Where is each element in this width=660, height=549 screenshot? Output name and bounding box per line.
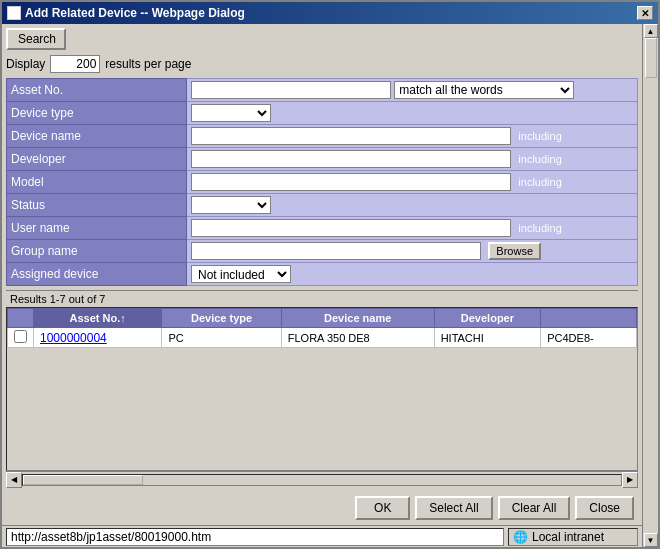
- assigned-device-label: Assigned device: [7, 263, 187, 286]
- assigned-device-input-cell: Not included Included: [187, 263, 638, 286]
- display-count-input[interactable]: [50, 55, 100, 73]
- window: 🖥 Add Related Device -- Webpage Dialog ✕…: [0, 0, 660, 549]
- col-device-name[interactable]: Device name: [281, 309, 434, 328]
- col-extra: [541, 309, 637, 328]
- status-label: Status: [7, 194, 187, 217]
- results-table-container[interactable]: Asset No.↑ Device type Device name Devel…: [6, 307, 638, 471]
- title-bar: 🖥 Add Related Device -- Webpage Dialog ✕: [2, 2, 658, 24]
- scroll-track-v[interactable]: [644, 38, 658, 533]
- results-summary: Results 1-7 out of 7: [6, 290, 638, 307]
- scroll-right-arrow[interactable]: ▶: [622, 472, 638, 488]
- asset-no-row: Asset No. match all the words match any …: [7, 79, 638, 102]
- asset-no-input[interactable]: [191, 81, 391, 99]
- developer-label: Developer: [7, 148, 187, 171]
- model-input[interactable]: [191, 173, 511, 191]
- row-device-name: FLORA 350 DE8: [281, 328, 434, 348]
- asset-no-match-select[interactable]: match all the words match any of the wor…: [394, 81, 574, 99]
- device-type-input-cell: [187, 102, 638, 125]
- device-name-row: Device name including: [7, 125, 638, 148]
- status-zone: 🌐 Local intranet: [508, 528, 638, 546]
- status-row: Status: [7, 194, 638, 217]
- device-type-select[interactable]: [191, 104, 271, 122]
- scroll-up-arrow[interactable]: ▲: [644, 24, 658, 38]
- search-form: Asset No. match all the words match any …: [6, 78, 638, 286]
- table-row: 1000000004 PC FLORA 350 DE8 HITACHI PC4D…: [8, 328, 637, 348]
- horizontal-scrollbar[interactable]: ◀ ▶: [6, 471, 638, 487]
- asset-no-input-cell: match all the words match any of the wor…: [187, 79, 638, 102]
- status-input-cell: [187, 194, 638, 217]
- developer-input-cell: including: [187, 148, 638, 171]
- assigned-device-select[interactable]: Not included Included: [191, 265, 291, 283]
- model-label: Model: [7, 171, 187, 194]
- user-name-label: User name: [7, 217, 187, 240]
- asset-no-link[interactable]: 1000000004: [40, 331, 107, 345]
- scroll-thumb-h[interactable]: [23, 475, 143, 485]
- search-button[interactable]: Search: [6, 28, 66, 50]
- developer-including: including: [518, 153, 561, 165]
- col-checkbox: [8, 309, 34, 328]
- close-window-button[interactable]: ✕: [637, 6, 653, 20]
- group-name-label: Group name: [7, 240, 187, 263]
- select-all-button[interactable]: Select All: [415, 496, 492, 520]
- device-name-input[interactable]: [191, 127, 511, 145]
- browse-button[interactable]: Browse: [488, 242, 541, 260]
- row-checkbox[interactable]: [14, 330, 27, 343]
- results-table: Asset No.↑ Device type Device name Devel…: [7, 308, 637, 348]
- group-name-input-cell: Browse: [187, 240, 638, 263]
- device-name-input-cell: including: [187, 125, 638, 148]
- status-zone-text: Local intranet: [532, 530, 604, 544]
- status-select[interactable]: [191, 196, 271, 214]
- device-name-including: including: [518, 130, 561, 142]
- model-input-cell: including: [187, 171, 638, 194]
- display-row: Display results per page: [6, 55, 638, 73]
- status-bar: http://asset8b/jp1asset/80019000.htm 🌐 L…: [2, 525, 642, 547]
- scroll-left-arrow[interactable]: ◀: [6, 472, 22, 488]
- user-name-including: including: [518, 222, 561, 234]
- ok-button[interactable]: OK: [355, 496, 410, 520]
- assigned-device-row: Assigned device Not included Included: [7, 263, 638, 286]
- user-name-input-cell: including: [187, 217, 638, 240]
- user-name-row: User name including: [7, 217, 638, 240]
- row-extra: PC4DE8-: [541, 328, 637, 348]
- vertical-scrollbar[interactable]: ▲ ▼: [642, 24, 658, 547]
- asset-no-label: Asset No.: [7, 79, 187, 102]
- model-row: Model including: [7, 171, 638, 194]
- row-developer: HITACHI: [434, 328, 541, 348]
- developer-input[interactable]: [191, 150, 511, 168]
- row-checkbox-cell: [8, 328, 34, 348]
- close-button[interactable]: Close: [575, 496, 634, 520]
- device-name-label: Device name: [7, 125, 187, 148]
- row-device-type: PC: [162, 328, 281, 348]
- scroll-thumb-v[interactable]: [645, 38, 657, 78]
- row-asset-no: 1000000004: [34, 328, 162, 348]
- window-title: Add Related Device -- Webpage Dialog: [25, 6, 245, 20]
- display-label: Display: [6, 57, 45, 71]
- col-device-type[interactable]: Device type: [162, 309, 281, 328]
- scroll-down-arrow[interactable]: ▼: [644, 533, 658, 547]
- group-name-row: Group name Browse: [7, 240, 638, 263]
- globe-icon: 🌐: [513, 530, 528, 544]
- group-name-input[interactable]: [191, 242, 481, 260]
- user-name-input[interactable]: [191, 219, 511, 237]
- clear-all-button[interactable]: Clear All: [498, 496, 571, 520]
- device-type-label: Device type: [7, 102, 187, 125]
- col-asset-no[interactable]: Asset No.↑: [34, 309, 162, 328]
- window-icon: 🖥: [7, 6, 21, 20]
- display-suffix: results per page: [105, 57, 191, 71]
- status-url: http://asset8b/jp1asset/80019000.htm: [6, 528, 504, 546]
- bottom-buttons: OK Select All Clear All Close: [2, 491, 642, 525]
- device-type-row: Device type: [7, 102, 638, 125]
- col-developer[interactable]: Developer: [434, 309, 541, 328]
- model-including: including: [518, 176, 561, 188]
- developer-row: Developer including: [7, 148, 638, 171]
